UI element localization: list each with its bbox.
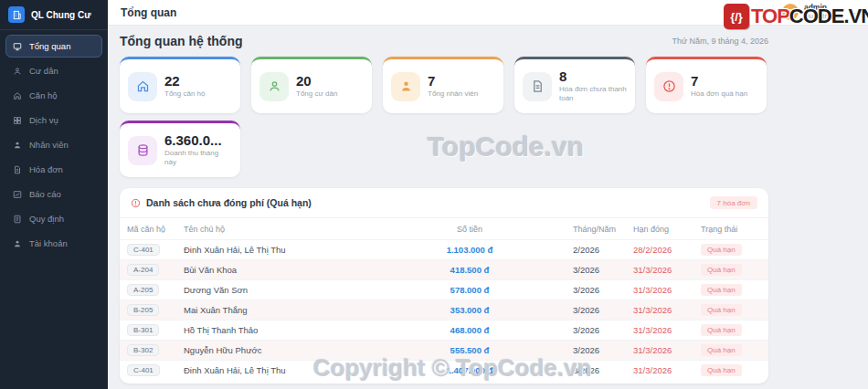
stat-value: 22 [164,74,205,89]
content-area: Tổng quan hệ thống Thứ Năm, 9 tháng 4, 2… [108,26,868,389]
stat-value: 8 [559,69,627,85]
table-title: Danh sách chưa đóng phí (Quá hạn) [146,197,312,208]
residents-icon [259,72,289,101]
sidebar-item-tong-quan[interactable]: Tổng quan [5,35,102,58]
amount-cell: 468.000 đ [450,325,490,335]
residents-icon [13,67,22,76]
alert-icon [131,198,141,208]
sidebar-item-hoa-don[interactable]: Hóa đơn [5,158,102,181]
table-row: B-205 Mai Xuân Thắng 353.000 đ 3/2026 31… [120,300,768,321]
sidebar-item-dich-vu[interactable]: Dịch vụ [5,109,102,131]
sidebar-item-tai-khoan[interactable]: Tài khoản [5,232,102,255]
sidebar-item-bao-cao[interactable]: Báo cáo [5,183,102,205]
owner-cell: Dương Văn Sơn [176,280,374,300]
amount-cell: 418.500 đ [450,265,490,275]
chevron-down-icon: ⌄ [850,7,857,16]
overdue-table-card: Danh sách chưa đóng phí (Quá hạn) 7 hóa … [120,188,768,384]
month-cell: 3/2026 [566,321,626,341]
revenue-icon [128,136,157,165]
apartment-chip: B-301 [127,324,159,336]
sidebar-item-label: Cư dân [29,66,58,76]
home-icon [128,72,157,101]
table-row: A-204 Bùi Văn Khoa 418.500 đ 3/2026 31/3… [120,260,768,280]
table-row: C-401 Đinh Xuân Hải, Lê Thị Thu 1.103.00… [120,240,768,260]
stat-label: Hóa đơn chưa thanh toán [559,85,627,103]
status-badge: Quá hạn [701,264,742,276]
owner-cell: Đinh Xuân Hải, Lê Thị Thu [176,361,374,381]
status-badge: Quá hạn [701,344,742,356]
owner-cell: Hồ Thị Thanh Thảo [176,321,374,341]
amount-cell: 1.407.000 đ [447,365,493,375]
month-cell: 3/2026 [566,280,626,300]
stat-value: 20 [296,74,337,89]
owner-cell: Bùi Văn Khoa [176,260,374,280]
stat-card-overdue-invoices: 7 Hóa đơn quá hạn [646,57,767,113]
column-header-amount: Số tiền [374,218,566,240]
stat-label: Doanh thu tháng này [164,149,232,167]
sidebar-item-label: Tài khoản [29,238,68,248]
month-cell: 2/2026 [566,240,626,260]
app-window: QL Chung Cư Tổng quan Cư dân Căn hộ Dịch… [0,0,868,389]
invoice-icon [523,72,552,101]
column-header-due: Hạn đóng [626,218,693,240]
staff-icon [13,141,22,150]
sidebar-item-label: Hóa đơn [29,164,63,174]
stat-value: 6.360.0... [164,133,232,149]
stat-cards-row: 22 Tổng căn hộ 20 Tổng cư dân [120,57,768,113]
sidebar-item-cu-dan[interactable]: Cư dân [5,59,102,82]
owner-cell: Nguyễn Hữu Phước [176,341,374,361]
stat-value: 7 [428,74,478,89]
app-title: QL Chung Cư [31,10,90,20]
due-date-cell: 28/2/2026 [633,245,672,255]
sidebar-item-label: Căn hộ [29,90,58,100]
table-row: C-401 Đinh Xuân Hải, Lê Thị Thu 1.407.00… [120,361,768,381]
status-badge: Quá hạn [701,284,742,296]
due-date-cell: 31/3/2026 [633,305,672,315]
column-header-status: Trạng thái [693,218,768,240]
table-row: B-301 Hồ Thị Thanh Thảo 468.000 đ 3/2026… [120,321,768,341]
stat-card-revenue: 6.360.0... Doanh thu tháng này [120,121,240,177]
month-cell: 3/2026 [566,341,626,361]
apartment-chip: B-302 [127,344,159,356]
overdue-table: Mã căn hộ Tên chủ hộ Số tiền Tháng/Năm H… [120,218,768,380]
due-date-cell: 31/3/2026 [633,345,672,355]
apartment-chip: A-204 [127,264,159,276]
status-badge: Quá hạn [701,364,742,376]
apartment-chip: A-205 [127,284,159,296]
user-menu[interactable]: A admin Quản trị viên ⌄ [782,4,857,20]
app-logo: QL Chung Cư [0,0,108,30]
sidebar-item-label: Dịch vụ [29,115,58,125]
sidebar-item-quy-dinh[interactable]: Quy định [5,207,102,230]
apartment-chip: C-401 [127,364,160,376]
home-icon [13,91,22,100]
sidebar-item-nhan-vien[interactable]: Nhân viên [5,133,102,156]
due-date-cell: 31/3/2026 [633,265,672,275]
dashboard-icon [13,42,22,51]
stat-label: Tổng nhân viên [428,89,478,99]
alert-icon [654,72,683,101]
stat-label: Tổng cư dân [296,89,337,99]
sidebar-item-can-ho[interactable]: Căn hộ [5,84,102,107]
month-cell: 3/2026 [566,361,626,381]
avatar: A [782,4,799,20]
status-badge: Quá hạn [701,244,742,256]
section-title: Tổng quan hệ thống [120,34,243,48]
user-role: Quản trị viên [804,13,843,21]
stat-card-staff: 7 Tổng nhân viên [383,57,503,113]
column-header-apartment: Mã căn hộ [120,218,176,240]
amount-cell: 555.500 đ [450,345,490,355]
report-icon [13,190,22,199]
topbar: Tổng quan A admin Quản trị viên ⌄ [108,0,868,26]
current-date: Thứ Năm, 9 tháng 4, 2026 [672,37,768,46]
stat-value: 7 [691,74,747,89]
column-header-month: Tháng/Năm [566,218,626,240]
sidebar-nav: Tổng quan Cư dân Căn hộ Dịch vụ Nhân viê… [0,30,108,261]
due-date-cell: 31/3/2026 [633,365,672,375]
services-icon [13,116,22,125]
sidebar-item-label: Tổng quan [29,41,70,51]
sidebar-item-label: Báo cáo [29,189,61,199]
due-date-cell: 31/3/2026 [633,325,672,335]
stat-label: Tổng căn hộ [164,89,205,99]
account-icon [13,239,22,248]
apartment-chip: B-205 [127,304,159,316]
